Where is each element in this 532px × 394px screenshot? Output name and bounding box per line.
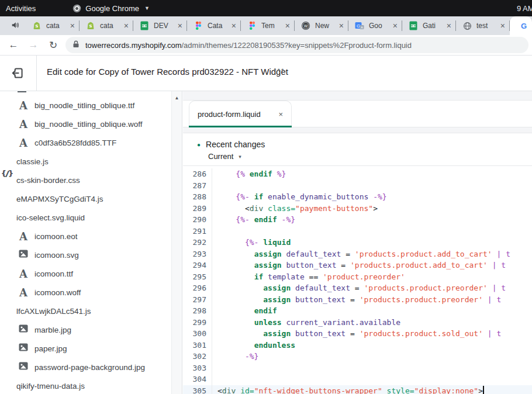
- forward-button[interactable]: →: [27, 39, 40, 51]
- screenshot-root: { "gnome_bar": { "activities": "Activiti…: [0, 0, 532, 394]
- open-file-tab[interactable]: product-form.liquid ×: [189, 101, 292, 127]
- activities-button[interactable]: Activities: [6, 4, 36, 13]
- code-line[interactable]: 297 assign button_text = 'products.produ…: [183, 294, 532, 306]
- browser-tab-title: Goo: [369, 22, 392, 30]
- file-name: password-page-background.jpg: [34, 363, 145, 372]
- browser-tab[interactable]: Cata×: [187, 16, 241, 35]
- code-line[interactable]: 302 -%}: [183, 351, 532, 362]
- code-line[interactable]: 304: [183, 374, 532, 385]
- translate-favicon-icon: GA: [355, 21, 364, 30]
- sidebar-scrollbar[interactable]: ▲: [171, 91, 182, 394]
- code-line[interactable]: 291: [183, 226, 532, 237]
- reload-button[interactable]: ↻: [47, 39, 60, 51]
- code-line-text: assign button_text = 'products.product.a…: [212, 260, 506, 271]
- code-line[interactable]: 290 {%- endif -%}: [183, 214, 532, 226]
- code-line[interactable]: 296 assign default_text = 'products.prod…: [183, 282, 532, 294]
- browser-tab[interactable]: scata×: [80, 16, 133, 35]
- line-number: 300: [183, 328, 212, 340]
- speaker-icon[interactable]: [11, 21, 19, 32]
- browser-tab[interactable]: DEV×: [133, 16, 187, 35]
- code-line-text: <div class="payment-buttons">: [212, 203, 378, 215]
- svg-text:A: A: [361, 26, 363, 29]
- code-line-text: assign button_text = 'products.product.s…: [212, 328, 501, 340]
- code-line[interactable]: 301 endunless: [183, 340, 532, 351]
- app-menu[interactable]: Google Chrome ▼: [72, 4, 150, 13]
- code-line[interactable]: 303: [183, 362, 532, 374]
- address-bar[interactable]: towerrecords.myshopify.com/admin/themes/…: [65, 37, 528, 53]
- browser-tab[interactable]: Tem×: [241, 16, 295, 35]
- line-number: 288: [183, 191, 212, 203]
- file-list-item[interactable]: Aicomoon.woff: [0, 283, 172, 302]
- close-tab-icon[interactable]: ×: [284, 21, 291, 30]
- code-line[interactable]: 299 unless current_variant.available: [183, 317, 532, 329]
- file-list-item[interactable]: icomoon.svg: [0, 246, 172, 264]
- code-area[interactable]: 286 {% endif %}287288 {%- if enable_dyna…: [183, 167, 532, 394]
- code-line[interactable]: 295 if template == 'product.preorder': [183, 271, 532, 283]
- file-list-item[interactable]: password-page-background.jpg: [0, 358, 172, 376]
- version-dropdown[interactable]: Current ▾: [197, 152, 532, 161]
- globe-favicon-icon: [462, 21, 472, 30]
- chrome-logo-icon: [72, 4, 81, 13]
- file-list-item[interactable]: Aicomoon.ttf: [0, 264, 172, 283]
- code-line[interactable]: 288 {%- if enable_dynamic_buttons -%}: [183, 191, 532, 203]
- code-line[interactable]: 289 <div class="payment-buttons">: [183, 203, 532, 215]
- browser-tab-title: New: [315, 22, 338, 30]
- browser-tab[interactable]: test×: [456, 16, 510, 35]
- code-line[interactable]: 300 assign button_text = 'products.produ…: [183, 328, 532, 340]
- browser-tab-title: cata: [46, 22, 69, 30]
- file-list-item[interactable]: {/}eMAPMXSyTCgGdiT4.js: [0, 189, 172, 208]
- close-tab-icon[interactable]: ×: [499, 21, 506, 30]
- file-list-item[interactable]: Ac0df3a6b528fdd85.TTF: [0, 133, 172, 152]
- line-number: 289: [183, 203, 212, 215]
- browser-tab[interactable]: WNew×: [295, 16, 348, 35]
- file-list-item[interactable]: {/}classie.js: [0, 152, 172, 171]
- clock: 9 AM: [517, 0, 532, 16]
- code-line[interactable]: 305<div id="nft-widget-buttons-wrapper" …: [183, 385, 532, 394]
- scroll-up-icon[interactable]: ▲: [172, 91, 182, 101]
- file-list-item[interactable]: Aicomoon.eot: [0, 227, 172, 246]
- font-file-icon: A: [16, 118, 30, 130]
- browser-tab-title: Cata: [208, 22, 230, 30]
- file-list-item[interactable]: {/}qikify-tmenu-data.js: [0, 376, 172, 394]
- file-name: classie.js: [16, 157, 49, 166]
- file-list-item[interactable]: Abig_noodle_titling_oblique.woff: [0, 115, 172, 133]
- close-tab-icon[interactable]: ×: [445, 21, 452, 30]
- close-tab-icon[interactable]: ×: [392, 21, 399, 30]
- close-tab-icon[interactable]: ×: [69, 21, 76, 30]
- code-line[interactable]: 298 endif: [183, 305, 532, 317]
- file-name: icomoon.ttf: [34, 269, 73, 278]
- browser-toolbar: ← → ↻ towerrecords.myshopify.com/admin/t…: [0, 35, 532, 56]
- file-list-item[interactable]: paper.jpg: [0, 339, 172, 358]
- sheets-favicon-icon: [409, 21, 418, 30]
- close-tab-icon[interactable]: ×: [338, 21, 345, 30]
- file-list-item[interactable]: Abig_noodle_titling_oblique.ttf: [0, 96, 172, 115]
- editor-tab-bar: product-form.liquid ×: [183, 101, 532, 127]
- close-tab-icon[interactable]: ×: [230, 21, 237, 30]
- file-name: big_noodle_titling_oblique.woff: [34, 120, 142, 129]
- code-line[interactable]: 286 {% endif %}: [183, 168, 532, 180]
- file-list-item[interactable]: {/}cs-skin-border.css: [0, 171, 172, 189]
- code-line[interactable]: 294 assign button_text = 'products.produ…: [183, 260, 532, 271]
- close-tab-icon[interactable]: ×: [123, 21, 130, 30]
- file-name: eMAPMXSyTCgGdiT4.js: [16, 195, 103, 203]
- back-button[interactable]: ←: [7, 39, 20, 51]
- close-tab-icon[interactable]: ×: [177, 21, 184, 30]
- browser-tab[interactable]: scata×: [26, 16, 80, 35]
- file-list-item[interactable]: marble.jpg: [0, 320, 172, 339]
- close-file-tab-icon[interactable]: ×: [278, 110, 283, 119]
- browser-tab[interactable]: Gati×: [402, 16, 456, 35]
- more-actions-button[interactable]: •••: [274, 65, 285, 74]
- file-list-item[interactable]: {/}lfcAXLwjkDALc541.js: [0, 302, 172, 320]
- code-line-text: -%}: [212, 351, 258, 362]
- code-line[interactable]: 292 {%- liquid: [183, 237, 532, 248]
- browser-tab[interactable]: G: [510, 16, 532, 35]
- code-line[interactable]: 293 assign default_text = 'products.prod…: [183, 248, 532, 260]
- exit-code-editor-icon[interactable]: [10, 65, 25, 83]
- browser-tab[interactable]: GAGoo×: [348, 16, 402, 35]
- file-list-item[interactable]: {/}ico-select.svg.liquid: [0, 208, 172, 227]
- file-name: icomoon.eot: [34, 232, 78, 241]
- version-dropdown-value: Current: [208, 152, 233, 161]
- code-line[interactable]: 287: [183, 180, 532, 192]
- file-name: marble.jpg: [34, 326, 71, 334]
- line-number: 298: [183, 305, 212, 317]
